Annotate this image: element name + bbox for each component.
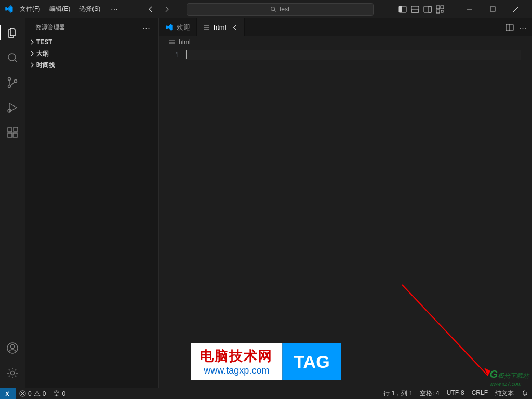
chevron-right-icon — [29, 62, 36, 68]
svg-rect-18 — [8, 133, 12, 137]
svg-rect-7 — [436, 6, 440, 9]
layout-toggle-right-icon[interactable] — [423, 5, 432, 14]
sidebar-timeline[interactable]: 时间线 — [25, 59, 158, 71]
status-cursor-position[interactable]: 行 1，列 1 — [380, 389, 416, 398]
status-notifications-icon[interactable] — [517, 389, 532, 396]
status-encoding[interactable]: UTF-8 — [443, 389, 468, 396]
layout-customize-icon[interactable] — [436, 5, 444, 14]
svg-point-23 — [11, 371, 15, 375]
svg-rect-10 — [441, 10, 443, 12]
svg-point-13 — [8, 78, 11, 81]
svg-point-15 — [15, 80, 17, 83]
split-editor-icon[interactable] — [506, 23, 514, 32]
sidebar-item-label: TEST — [36, 38, 52, 46]
svg-point-0 — [271, 7, 275, 11]
error-icon — [19, 390, 26, 397]
activity-run-debug[interactable] — [0, 97, 25, 118]
activity-account[interactable] — [0, 338, 25, 358]
svg-rect-9 — [436, 10, 440, 13]
file-icon — [203, 24, 210, 31]
breadcrumb[interactable]: html — [159, 36, 532, 48]
sidebar-outline[interactable]: 大纲 — [25, 48, 158, 59]
warning-icon — [34, 390, 41, 397]
sidebar-title: 资源管理器 — [35, 23, 142, 31]
window-close-button[interactable] — [504, 2, 528, 17]
nav-forward-icon[interactable] — [162, 4, 172, 15]
window-maximize-button[interactable] — [481, 2, 504, 17]
svg-point-22 — [11, 345, 15, 349]
chevron-right-icon — [29, 39, 36, 45]
menu-select[interactable]: 选择(S) — [76, 3, 103, 16]
status-ports[interactable]: 0 — [49, 388, 69, 399]
menu-edit[interactable]: 编辑(E) — [46, 3, 73, 16]
activity-explorer[interactable] — [0, 22, 25, 43]
text-cursor — [186, 50, 187, 59]
sidebar-item-label: 时间线 — [36, 61, 55, 70]
status-language[interactable]: 纯文本 — [491, 389, 517, 398]
chevron-right-icon — [29, 50, 36, 57]
status-indentation[interactable]: 空格: 4 — [416, 389, 443, 398]
status-remote-button[interactable] — [0, 388, 16, 400]
activity-extensions[interactable] — [0, 122, 25, 143]
svg-point-12 — [8, 54, 16, 61]
editor-content[interactable] — [185, 48, 532, 388]
svg-rect-20 — [14, 127, 18, 131]
line-gutter: 1 — [159, 48, 185, 388]
tab-label: html — [214, 23, 227, 31]
svg-rect-2 — [399, 6, 402, 12]
vscode-icon — [165, 23, 174, 32]
nav-back-icon[interactable] — [146, 4, 156, 15]
search-value: test — [280, 6, 289, 13]
sidebar-more-icon[interactable]: ⋯ — [142, 23, 151, 32]
watermark-overlay-2: G极光下载站 www.xz7.com — [489, 368, 529, 388]
sidebar-folder-test[interactable]: TEST — [25, 36, 158, 48]
activity-search[interactable] — [0, 47, 25, 68]
activity-source-control[interactable] — [0, 72, 25, 93]
svg-rect-17 — [8, 128, 12, 132]
editor-more-icon[interactable]: ⋯ — [519, 23, 527, 32]
status-problems[interactable]: 0 0 — [16, 388, 49, 399]
file-icon — [168, 38, 176, 46]
vscode-icon — [4, 5, 14, 14]
svg-rect-19 — [13, 133, 17, 137]
layout-toggle-left-icon[interactable] — [398, 5, 407, 14]
watermark-overlay: 电脑技术网 www.tagxp.com TAG — [191, 343, 341, 380]
status-eol[interactable]: CRLF — [468, 389, 491, 396]
sidebar-item-label: 大纲 — [36, 49, 49, 58]
activity-settings[interactable] — [0, 363, 25, 383]
tab-welcome[interactable]: 欢迎 — [159, 18, 197, 36]
global-search-input[interactable]: test — [187, 3, 374, 16]
svg-point-14 — [8, 85, 11, 88]
radio-tower-icon — [53, 390, 60, 397]
svg-rect-4 — [411, 10, 419, 12]
svg-rect-3 — [411, 6, 419, 12]
svg-rect-11 — [490, 7, 495, 11]
menu-more[interactable]: ⋯ — [107, 3, 122, 16]
layout-toggle-bottom-icon[interactable] — [411, 5, 419, 14]
search-icon — [270, 6, 276, 12]
svg-rect-6 — [429, 6, 431, 12]
tab-close-button[interactable] — [230, 23, 238, 32]
breadcrumb-file: html — [179, 38, 191, 46]
svg-rect-5 — [424, 6, 431, 12]
window-minimize-button[interactable] — [458, 2, 481, 17]
svg-rect-8 — [441, 6, 444, 9]
tab-label: 欢迎 — [177, 23, 190, 32]
tab-html[interactable]: html — [197, 18, 245, 36]
menu-file[interactable]: 文件(F) — [17, 3, 43, 16]
